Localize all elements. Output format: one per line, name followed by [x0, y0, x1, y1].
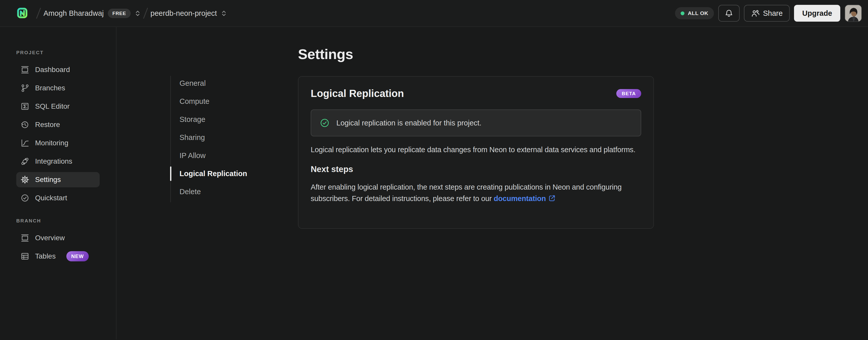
alert-text: Logical replication is enabled for this … — [336, 119, 482, 127]
breadcrumb-divider — [143, 8, 148, 19]
gear-icon — [20, 175, 30, 184]
settings-subnav: General Compute Storage Sharing IP Allow… — [170, 74, 259, 201]
user-avatar[interactable] — [845, 5, 862, 22]
project-selector[interactable]: peerdb-neon-project — [149, 9, 229, 18]
window-icon — [20, 233, 30, 243]
avatar-photo — [845, 5, 861, 21]
neon-logo[interactable] — [16, 7, 29, 20]
sidebar-item-branches[interactable]: Branches — [16, 80, 100, 96]
sidebar-item-label: SQL Editor — [35, 102, 70, 110]
sidebar-item-dashboard[interactable]: Dashboard — [16, 62, 100, 77]
subnav-item-compute[interactable]: Compute — [170, 92, 259, 110]
upgrade-button[interactable]: Upgrade — [794, 5, 840, 22]
status-badge[interactable]: ALL OK — [675, 7, 714, 19]
sidebar-item-settings[interactable]: Settings — [16, 172, 100, 187]
next-steps-text: After enabling logical replication, the … — [311, 181, 641, 204]
subnav-item-ip-allow[interactable]: IP Allow — [170, 147, 259, 165]
card-header: Logical Replication BETA — [311, 88, 641, 99]
chevron-updown-icon — [135, 10, 141, 17]
sql-terminal-icon — [20, 102, 30, 111]
sidebar-item-overview[interactable]: Overview — [16, 230, 100, 246]
description-text: Logical replication lets you replicate d… — [311, 144, 641, 155]
workflow-arrows-icon — [20, 157, 30, 166]
notifications-button[interactable] — [718, 5, 740, 22]
sidebar-item-sql-editor[interactable]: SQL Editor — [16, 99, 100, 114]
sidebar-section-branch: BRANCH — [16, 218, 100, 224]
check-circle-icon — [20, 193, 30, 203]
logical-replication-card: Logical Replication BETA Logical replica… — [298, 76, 654, 229]
success-alert: Logical replication is enabled for this … — [311, 109, 641, 136]
sidebar-item-integrations[interactable]: Integrations — [16, 154, 100, 169]
sidebar-item-label: Dashboard — [35, 66, 70, 74]
chart-curve-icon — [20, 138, 30, 148]
sidebar-section-project: PROJECT — [16, 50, 100, 55]
upgrade-label: Upgrade — [802, 9, 832, 17]
sidebar: PROJECT Dashboard Branches SQL Editor — [0, 27, 117, 339]
sidebar-item-label: Overview — [35, 234, 65, 242]
check-circle-icon — [319, 118, 330, 128]
window-icon — [20, 65, 30, 74]
sidebar-item-label: Monitoring — [35, 139, 68, 147]
sidebar-item-quickstart[interactable]: Quickstart — [16, 190, 100, 206]
subnav-item-general[interactable]: General — [170, 74, 259, 92]
next-steps-body: After enabling logical replication, the … — [311, 183, 622, 203]
breadcrumb-divider — [36, 8, 41, 19]
sidebar-item-label: Settings — [35, 176, 61, 184]
topbar: Amogh Bharadwaj FREE peerdb-neon-project… — [0, 0, 868, 27]
history-clock-icon — [20, 120, 30, 129]
next-steps-heading: Next steps — [311, 164, 641, 174]
project-name: peerdb-neon-project — [151, 9, 217, 18]
new-badge: NEW — [66, 251, 89, 261]
subnav-item-logical-replication[interactable]: Logical Replication — [170, 165, 259, 183]
sidebar-item-restore[interactable]: Restore — [16, 117, 100, 132]
sidebar-item-label: Branches — [35, 84, 65, 92]
subnav-item-sharing[interactable]: Sharing — [170, 129, 259, 147]
git-branch-icon — [20, 83, 30, 93]
settings-main: Settings Logical Replication BETA Logica… — [298, 46, 654, 229]
table-icon — [20, 252, 30, 261]
sidebar-item-label: Quickstart — [35, 194, 67, 202]
neon-console: Amogh Bharadwaj FREE peerdb-neon-project… — [0, 0, 868, 340]
org-name: Amogh Bharadwaj — [43, 9, 104, 18]
external-link-icon[interactable] — [548, 194, 556, 202]
topbar-actions: ALL OK Share Upgrade — [675, 5, 862, 22]
documentation-link[interactable]: documentation — [494, 194, 546, 203]
sidebar-item-label: Tables — [35, 252, 56, 260]
app-body: PROJECT Dashboard Branches SQL Editor — [0, 27, 868, 339]
sidebar-item-label: Restore — [35, 121, 60, 129]
beta-badge: BETA — [616, 89, 641, 98]
content-area: General Compute Storage Sharing IP Allow… — [117, 27, 868, 339]
status-label: ALL OK — [688, 10, 708, 16]
sidebar-item-label: Integrations — [35, 157, 72, 165]
chevron-updown-icon — [221, 10, 227, 17]
subnav-item-storage[interactable]: Storage — [170, 110, 259, 129]
sidebar-item-monitoring[interactable]: Monitoring — [16, 135, 100, 151]
status-dot-icon — [681, 11, 684, 15]
card-title: Logical Replication — [311, 88, 404, 99]
bell-icon — [724, 9, 734, 18]
sidebar-item-tables[interactable]: Tables NEW — [16, 249, 100, 264]
share-button[interactable]: Share — [744, 5, 790, 22]
subnav-item-delete[interactable]: Delete — [170, 183, 259, 201]
users-icon — [751, 9, 760, 18]
page-title: Settings — [298, 46, 654, 63]
plan-badge: FREE — [108, 9, 131, 18]
share-label: Share — [763, 9, 782, 18]
org-selector[interactable]: Amogh Bharadwaj FREE — [41, 9, 143, 18]
